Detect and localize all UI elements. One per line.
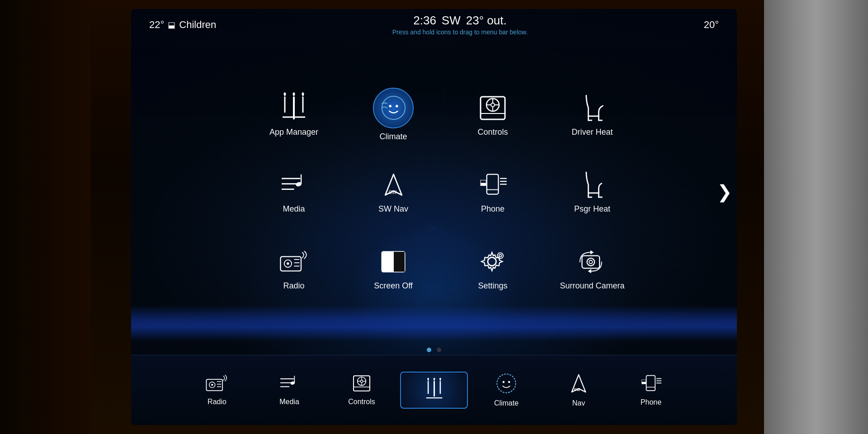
- svg-point-68: [487, 257, 495, 265]
- grid-item-driver-heat[interactable]: Driver Heat: [547, 79, 637, 151]
- temp-left: 22°: [149, 19, 164, 31]
- surround-camera-icon: [574, 246, 610, 278]
- status-left: 22° ⬓ Children: [149, 19, 216, 31]
- svg-rect-65: [382, 252, 393, 272]
- grid-item-psgr-heat[interactable]: Psgr Heat: [547, 156, 637, 228]
- grid-item-surround-camera[interactable]: Surround Camera: [547, 232, 637, 305]
- page-dots: [131, 345, 737, 355]
- climate-label: Climate: [379, 132, 407, 142]
- taskbar: Radio Media: [131, 355, 737, 425]
- app-manager-label: App Manager: [269, 127, 318, 137]
- direction-display: SW: [442, 14, 461, 28]
- temp-right: 20°: [704, 19, 719, 30]
- page-dot-2[interactable]: [437, 348, 441, 352]
- svg-marker-75: [588, 269, 591, 273]
- grid-item-sw-nav[interactable]: SW SW Nav: [348, 156, 439, 228]
- svg-point-70: [499, 255, 501, 257]
- taskbar-item-home[interactable]: [400, 372, 468, 409]
- media-label: Media: [283, 204, 305, 214]
- svg-text:SW: SW: [388, 189, 396, 195]
- status-hint: Press and hold icons to drag to menu bar…: [392, 28, 528, 36]
- phone-label: Phone: [481, 204, 505, 214]
- grid-item-settings[interactable]: Settings: [448, 232, 538, 305]
- svg-rect-58: [280, 256, 301, 271]
- taskbar-radio-label: Radio: [208, 398, 226, 406]
- climate-icon-circle: [373, 88, 414, 128]
- svg-point-35: [389, 105, 392, 108]
- taskbar-item-climate[interactable]: Climate: [472, 368, 540, 412]
- svg-text:⬓: ⬓: [641, 378, 646, 385]
- grid-item-controls[interactable]: Controls: [448, 79, 538, 151]
- svg-point-100: [503, 381, 505, 383]
- status-right: 20°: [704, 19, 719, 31]
- next-page-arrow[interactable]: ❯: [717, 181, 732, 202]
- psgr-heat-icon: [574, 169, 610, 201]
- controls-icon: [475, 92, 511, 124]
- radio-icon: [276, 246, 312, 278]
- bluetooth-icon: ⬓: [168, 20, 175, 30]
- driver-heat-label: Driver Heat: [571, 127, 613, 137]
- svg-rect-52: [486, 175, 498, 194]
- taskbar-media-icon: [278, 374, 301, 395]
- svg-rect-104: [646, 376, 656, 391]
- taskbar-item-radio[interactable]: Radio: [183, 370, 251, 410]
- temp-out: 23° out.: [466, 14, 507, 28]
- status-time-row: 2:36 SW 23° out.: [413, 14, 506, 28]
- grid-item-screen-off[interactable]: Screen Off: [348, 232, 439, 305]
- screen-off-icon: [375, 246, 411, 278]
- taskbar-controls-icon: [350, 374, 373, 395]
- taskbar-item-nav[interactable]: SW Nav: [545, 368, 613, 412]
- taskbar-radio-icon: [206, 374, 228, 395]
- app-manager-icon: [276, 92, 312, 124]
- psgr-heat-label: Psgr Heat: [574, 204, 610, 214]
- taskbar-item-phone[interactable]: ⬓ Phone: [617, 369, 685, 411]
- svg-point-69: [497, 253, 503, 259]
- svg-point-36: [396, 105, 398, 108]
- taskbar-item-controls[interactable]: Controls: [328, 370, 396, 410]
- svg-point-40: [491, 103, 495, 107]
- svg-point-78: [211, 384, 213, 386]
- driver-heat-icon: [574, 92, 610, 124]
- svg-marker-74: [590, 250, 593, 254]
- svg-text:SW: SW: [574, 387, 580, 392]
- settings-icon: [475, 246, 511, 278]
- svg-text:⬓: ⬓: [480, 178, 487, 186]
- svg-rect-71: [582, 255, 599, 268]
- grid-item-phone[interactable]: ⬓ Phone: [448, 156, 538, 228]
- page-dot-1[interactable]: [427, 348, 431, 352]
- controls-label: Controls: [477, 127, 508, 137]
- screen-off-label: Screen Off: [374, 281, 413, 291]
- svg-point-90: [360, 380, 363, 382]
- svg-point-73: [589, 260, 592, 263]
- taskbar-media-label: Media: [279, 398, 299, 406]
- radio-label: Radio: [283, 281, 304, 291]
- settings-label: Settings: [478, 281, 507, 291]
- status-bar: 22° ⬓ Children 2:36 SW 23° out. Press an…: [131, 9, 737, 38]
- profile-label: Children: [179, 19, 216, 31]
- taskbar-climate-label: Climate: [494, 399, 519, 407]
- grid-item-media[interactable]: Media: [249, 156, 339, 228]
- sw-nav-label: SW Nav: [378, 204, 408, 214]
- grid-item-radio[interactable]: Radio: [249, 232, 339, 305]
- taskbar-climate-icon: [496, 373, 517, 396]
- outer-frame: 22° ⬓ Children 2:36 SW 23° out. Press an…: [0, 0, 868, 434]
- taskbar-phone-label: Phone: [641, 398, 661, 406]
- taskbar-controls-label: Controls: [348, 398, 375, 406]
- status-center: 2:36 SW 23° out. Press and hold icons to…: [392, 14, 528, 36]
- taskbar-item-media[interactable]: Media: [255, 370, 323, 410]
- svg-point-34: [382, 96, 405, 119]
- svg-point-72: [587, 258, 594, 266]
- grid-item-climate[interactable]: Climate: [348, 79, 439, 151]
- main-grid: App Manager: [231, 79, 637, 305]
- main-grid-wrapper: App Manager: [131, 38, 737, 345]
- taskbar-home-icon: [424, 377, 444, 403]
- svg-point-60: [287, 262, 289, 264]
- phone-icon: ⬓: [475, 169, 511, 201]
- sw-nav-icon: SW: [375, 169, 411, 201]
- svg-point-101: [508, 381, 510, 383]
- time-display: 2:36: [413, 14, 436, 28]
- svg-point-99: [497, 374, 515, 392]
- grid-item-app-manager[interactable]: App Manager: [249, 79, 339, 151]
- taskbar-phone-icon: ⬓: [640, 374, 662, 396]
- surround-camera-label: Surround Camera: [560, 281, 624, 291]
